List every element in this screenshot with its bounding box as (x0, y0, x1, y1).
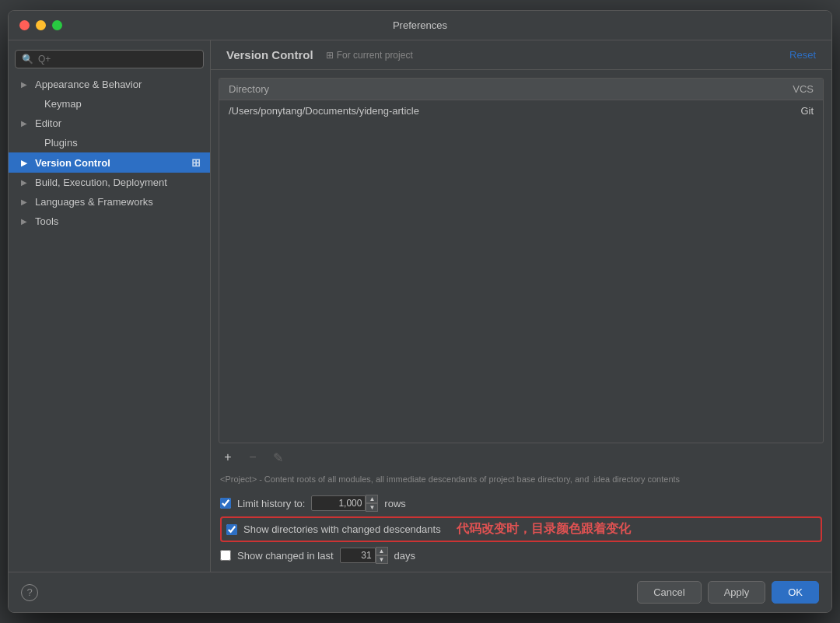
limit-history-spinner: ▲ ▼ (366, 495, 378, 512)
minimize-button[interactable] (36, 20, 46, 30)
sidebar-item-appearance[interactable]: ▶ Appearance & Behavior (9, 75, 210, 94)
table-row[interactable]: /Users/ponytang/Documents/yideng-article… (219, 100, 823, 122)
bottom-buttons: Cancel Apply OK (637, 581, 819, 604)
sidebar-item-build[interactable]: ▶ Build, Execution, Deployment (9, 173, 210, 192)
column-header-directory: Directory (219, 79, 727, 100)
show-changed-input-group: ▲ ▼ (340, 547, 388, 564)
limit-history-checkbox[interactable] (220, 498, 231, 509)
panel-header-left: Version Control ⊞ For current project (226, 48, 413, 61)
chevron-right-icon: ▶ (21, 178, 30, 187)
sidebar-item-label: Version Control (35, 157, 110, 169)
chevron-right-icon: ▶ (21, 217, 30, 226)
sidebar-item-plugins[interactable]: ▶ Plugins (9, 133, 210, 152)
cell-directory: /Users/ponytang/Documents/yideng-article (219, 100, 727, 122)
panel-subtitle: ⊞ For current project (326, 50, 413, 61)
spin-down-button[interactable]: ▼ (366, 503, 378, 512)
limit-history-input[interactable] (311, 495, 366, 511)
right-panel: Version Control ⊞ For current project Re… (211, 40, 831, 572)
add-button[interactable]: + (219, 448, 237, 467)
sidebar-item-label: Keymap (44, 98, 82, 110)
limit-history-label-suffix: rows (384, 498, 405, 509)
remove-button[interactable]: − (243, 448, 262, 467)
chevron-right-icon: ▶ (21, 159, 30, 167)
spin-down-button[interactable]: ▼ (376, 555, 388, 564)
close-button[interactable] (19, 20, 30, 30)
title-bar: Preferences (9, 11, 831, 40)
show-directories-label: Show directories with changed descendant… (243, 523, 441, 535)
panel-header: Version Control ⊞ For current project Re… (211, 40, 831, 70)
sidebar-item-version-control[interactable]: ▶ Version Control ⊞ (9, 152, 210, 173)
limit-history-input-group: ▲ ▼ (311, 495, 378, 512)
table-header-row: Directory VCS (219, 79, 823, 100)
chevron-right-icon: ▶ (21, 119, 30, 128)
reset-button[interactable]: Reset (789, 49, 816, 61)
dialog-title: Preferences (393, 19, 447, 31)
show-directories-row: Show directories with changed descendant… (220, 516, 822, 542)
show-changed-row: Show changed in last ▲ ▼ days (220, 544, 822, 567)
maximize-button[interactable] (52, 20, 62, 30)
sidebar-item-keymap[interactable]: ▶ Keymap (9, 94, 210, 114)
apply-button[interactable]: Apply (708, 581, 766, 604)
cancel-button[interactable]: Cancel (637, 581, 701, 604)
show-changed-checkbox[interactable] (220, 550, 231, 561)
chevron-right-icon: ▶ (21, 198, 30, 206)
sidebar-item-tools[interactable]: ▶ Tools (9, 212, 210, 231)
bottom-bar: ? Cancel Apply OK (9, 572, 831, 612)
limit-history-label-prefix: Limit history to: (237, 498, 305, 509)
spin-up-button[interactable]: ▲ (366, 495, 378, 503)
edit-button[interactable]: ✎ (268, 448, 287, 467)
preferences-dialog: Preferences 🔍 ▶ Appearance & Behavior ▶ … (8, 10, 832, 613)
vcs-table-container: Directory VCS /Users/ponytang/Documents/… (219, 78, 824, 443)
limit-history-row: Limit history to: ▲ ▼ rows (220, 492, 822, 515)
sidebar-item-label: Tools (35, 215, 58, 227)
sidebar-item-label: Languages & Frameworks (35, 196, 153, 208)
sidebar-item-label: Editor (35, 117, 61, 129)
vcs-icon: ⊞ (191, 156, 201, 169)
sidebar: 🔍 ▶ Appearance & Behavior ▶ Keymap ▶ Edi… (9, 40, 211, 572)
main-content: 🔍 ▶ Appearance & Behavior ▶ Keymap ▶ Edi… (9, 40, 831, 572)
sidebar-item-label: Build, Execution, Deployment (35, 177, 167, 188)
sidebar-item-label: Appearance & Behavior (35, 79, 142, 90)
ok-button[interactable]: OK (772, 581, 819, 604)
project-icon: ⊞ (326, 50, 334, 61)
cell-vcs: Git (727, 100, 823, 122)
show-changed-label-suffix: days (394, 550, 415, 562)
show-directories-checkbox[interactable] (226, 524, 237, 535)
sidebar-item-editor[interactable]: ▶ Editor (9, 114, 210, 133)
show-changed-input[interactable] (340, 548, 376, 563)
chevron-right-icon: ▶ (21, 80, 30, 89)
show-changed-label-prefix: Show changed in last (237, 550, 334, 562)
spin-up-button[interactable]: ▲ (376, 547, 388, 555)
window-controls (19, 20, 62, 30)
table-toolbar: + − ✎ (211, 443, 831, 471)
options-section: Limit history to: ▲ ▼ rows Show director… (211, 488, 831, 572)
help-button[interactable]: ? (21, 584, 38, 601)
column-header-vcs: VCS (727, 79, 823, 100)
description-text: <Project> - Content roots of all modules… (211, 471, 831, 488)
search-icon: 🔍 (22, 54, 33, 65)
search-box[interactable]: 🔍 (15, 50, 204, 68)
vcs-table: Directory VCS /Users/ponytang/Documents/… (219, 79, 823, 121)
panel-title: Version Control (226, 48, 313, 61)
search-input[interactable] (38, 54, 197, 65)
annotation-text: 代码改变时，目录颜色跟着变化 (457, 521, 631, 537)
sidebar-item-languages[interactable]: ▶ Languages & Frameworks (9, 192, 210, 212)
show-changed-spinner: ▲ ▼ (376, 547, 388, 564)
sidebar-item-label: Plugins (44, 137, 78, 149)
